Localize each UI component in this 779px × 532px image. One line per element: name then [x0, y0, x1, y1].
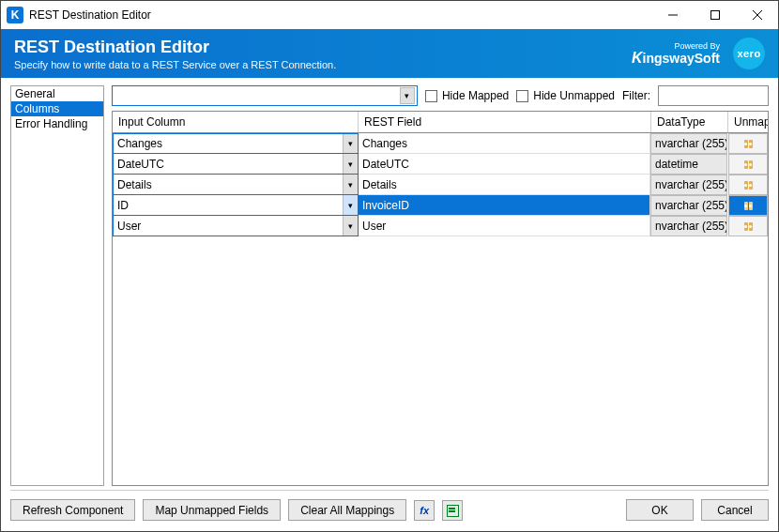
- close-icon: [753, 10, 762, 20]
- input-column-cell[interactable]: ID▾: [113, 195, 359, 216]
- checkbox-icon: [425, 90, 437, 102]
- col-header-datatype[interactable]: DataType: [651, 112, 728, 132]
- vendor-logo: Powered By KingswaySoft: [632, 42, 720, 66]
- refresh-button[interactable]: Refresh Component: [10, 499, 135, 521]
- input-column-value: DateUTC: [114, 158, 343, 171]
- hide-unmapped-checkbox[interactable]: Hide Unmapped: [516, 89, 615, 102]
- rest-field-cell[interactable]: User: [359, 216, 650, 236]
- chevron-down-icon: ▾: [343, 195, 358, 215]
- chevron-down-icon: ▾: [400, 87, 415, 104]
- col-header-unmap[interactable]: Unmap: [728, 112, 768, 132]
- ok-button[interactable]: OK: [626, 499, 694, 521]
- mapping-grid: Input Column REST Field DataType Unmap C…: [112, 111, 769, 486]
- maximize-button[interactable]: [694, 2, 736, 29]
- datatype-cell: nvarchar (255): [650, 216, 727, 236]
- close-button[interactable]: [736, 2, 778, 29]
- datatype-cell: datetime: [650, 154, 727, 175]
- main-panel: ▾ Hide Mapped Hide Unmapped Filter: Inpu…: [112, 85, 769, 486]
- unmap-button[interactable]: [728, 195, 768, 216]
- dialog-buttons: Refresh Component Map Unmapped Fields Cl…: [10, 490, 769, 524]
- properties-button[interactable]: [442, 500, 463, 521]
- datatype-cell: nvarchar (255): [650, 175, 727, 195]
- chevron-down-icon: ▾: [343, 154, 358, 174]
- rest-field-cell[interactable]: InvoiceID: [359, 195, 650, 216]
- unmap-button[interactable]: [728, 154, 768, 175]
- rest-field-cell[interactable]: Changes: [359, 133, 650, 154]
- input-column-value: User: [114, 220, 343, 233]
- sidebar-item-columns[interactable]: Columns: [11, 101, 103, 116]
- col-header-input[interactable]: Input Column: [113, 112, 359, 132]
- unmap-button[interactable]: [728, 216, 768, 236]
- fx-icon: fx: [420, 505, 429, 516]
- datatype-cell: nvarchar (255): [650, 133, 727, 154]
- checkbox-icon: [516, 90, 528, 102]
- sidebar: General Columns Error Handling: [10, 85, 104, 486]
- unmap-icon: [744, 222, 753, 231]
- table-row[interactable]: Changes▾Changesnvarchar (255): [113, 133, 768, 154]
- chevron-down-icon: ▾: [343, 216, 358, 236]
- banner-logos: Powered By KingswaySoft xero: [632, 38, 765, 69]
- filter-label: Filter:: [622, 89, 650, 102]
- table-row[interactable]: DateUTC▾DateUTCdatetime: [113, 154, 768, 175]
- sidebar-item-general[interactable]: General: [11, 86, 103, 101]
- rest-field-cell[interactable]: Details: [359, 175, 650, 195]
- unmap-icon: [744, 160, 753, 169]
- sidebar-item-error-handling[interactable]: Error Handling: [11, 116, 103, 131]
- maximize-icon: [710, 10, 720, 20]
- table-row[interactable]: Details▾Detailsnvarchar (255): [113, 175, 768, 195]
- toolbar: ▾ Hide Mapped Hide Unmapped Filter:: [112, 85, 769, 106]
- chevron-down-icon: ▾: [343, 175, 358, 194]
- input-column-cell[interactable]: Changes▾: [113, 133, 359, 154]
- expression-button[interactable]: fx: [414, 500, 435, 521]
- hide-mapped-checkbox[interactable]: Hide Mapped: [425, 89, 509, 102]
- unmap-icon: [744, 181, 753, 190]
- unmap-button[interactable]: [728, 133, 768, 154]
- grid-body: Changes▾Changesnvarchar (255)DateUTC▾Dat…: [113, 133, 768, 485]
- grid-header: Input Column REST Field DataType Unmap: [113, 112, 768, 133]
- table-row[interactable]: User▾Usernvarchar (255): [113, 216, 768, 236]
- hide-mapped-label: Hide Mapped: [442, 89, 509, 102]
- window-title: REST Destination Editor: [29, 8, 651, 22]
- input-column-value: Details: [114, 178, 343, 191]
- window-controls: [651, 2, 778, 29]
- banner: REST Destination Editor Specify how to w…: [1, 29, 778, 78]
- input-column-value: ID: [114, 199, 343, 212]
- input-column-cell[interactable]: Details▾: [113, 175, 359, 195]
- powered-by-label: Powered By: [674, 42, 720, 51]
- input-column-value: Changes: [114, 137, 343, 150]
- content: General Columns Error Handling ▾ Hide Ma…: [1, 78, 778, 490]
- partner-logo: xero: [733, 38, 765, 69]
- clear-all-button[interactable]: Clear All Mappings: [288, 499, 406, 521]
- unmap-button[interactable]: [728, 175, 768, 195]
- table-selector[interactable]: ▾: [112, 85, 418, 106]
- map-unmapped-button[interactable]: Map Unmapped Fields: [143, 499, 281, 521]
- filter-input[interactable]: [658, 85, 769, 106]
- minimize-icon: [668, 10, 678, 20]
- titlebar: K REST Destination Editor: [1, 1, 778, 29]
- input-column-cell[interactable]: DateUTC▾: [113, 154, 359, 175]
- col-header-rest[interactable]: REST Field: [359, 112, 651, 132]
- properties-icon: [447, 505, 458, 516]
- rest-field-cell[interactable]: DateUTC: [359, 154, 650, 175]
- table-row[interactable]: ID▾InvoiceIDnvarchar (255): [113, 195, 768, 216]
- input-column-cell[interactable]: User▾: [113, 216, 359, 236]
- unmap-icon: [744, 140, 753, 148]
- hide-unmapped-label: Hide Unmapped: [533, 89, 615, 102]
- app-icon: K: [7, 7, 23, 23]
- datatype-cell: nvarchar (255): [650, 195, 727, 216]
- svg-rect-1: [710, 11, 719, 20]
- unmap-icon: [744, 202, 753, 210]
- chevron-down-icon: ▾: [343, 134, 358, 153]
- minimize-button[interactable]: [651, 2, 694, 29]
- cancel-button[interactable]: Cancel: [701, 499, 769, 521]
